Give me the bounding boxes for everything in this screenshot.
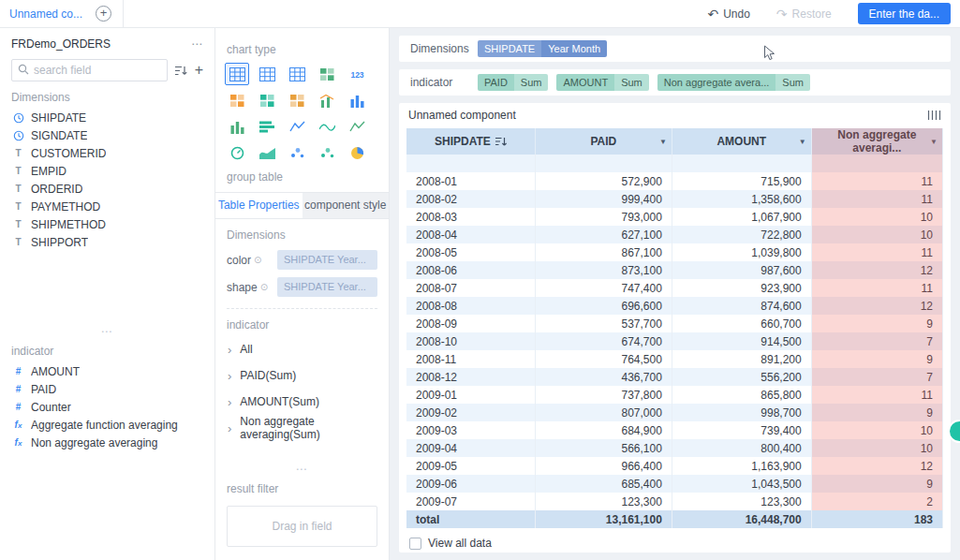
value-cell[interactable]: 13,161,100 — [535, 510, 672, 528]
dimension-pill-shipdate[interactable]: SHIPDATEYear Month — [478, 40, 607, 57]
sort-fields-icon[interactable] — [175, 66, 187, 76]
value-cell[interactable]: 10 — [811, 421, 942, 439]
column-dropdown-icon[interactable]: ▼ — [659, 138, 667, 146]
column-chart-icon[interactable] — [345, 89, 369, 111]
value-cell[interactable] — [811, 155, 942, 172]
value-cell[interactable]: 696,600 — [535, 297, 672, 315]
date-cell[interactable]: total — [406, 510, 535, 528]
value-cell[interactable]: 1,163,900 — [672, 457, 811, 475]
value-cell[interactable]: 16,448,700 — [672, 510, 811, 528]
indicator-field-counter[interactable]: #Counter — [0, 398, 214, 416]
value-cell[interactable]: 537,700 — [535, 315, 672, 332]
value-cell[interactable]: 966,400 — [535, 457, 672, 475]
value-cell[interactable]: 987,600 — [672, 261, 811, 279]
value-cell[interactable]: 9 — [811, 350, 942, 368]
value-cell[interactable]: 12 — [811, 457, 942, 475]
stacked-bar-chart-icon[interactable] — [255, 115, 279, 138]
date-cell[interactable] — [406, 155, 535, 172]
date-cell[interactable]: 2008-05 — [406, 243, 535, 261]
column-dropdown-icon[interactable]: ▼ — [799, 138, 806, 146]
indicator-group-amount-sum[interactable]: ›AMOUNT(Sum) — [215, 389, 389, 415]
indicator-field-aggregate-function-averaging[interactable]: fxAggregate function averaging — [0, 416, 214, 434]
value-cell[interactable]: 914,500 — [672, 332, 811, 350]
value-cell[interactable]: 7 — [811, 332, 942, 350]
value-cell[interactable]: 865,800 — [672, 386, 811, 404]
tab-component-style[interactable]: component style — [303, 193, 390, 218]
value-cell[interactable]: 998,700 — [672, 404, 811, 421]
value-cell[interactable]: 7 — [811, 368, 942, 386]
value-cell[interactable]: 123,300 — [535, 493, 672, 510]
indicator-pill-non-aggregate-avera[interactable]: Non aggregate avera...Sum — [657, 74, 810, 91]
value-cell[interactable]: 10 — [811, 208, 942, 226]
indicator-field-amount[interactable]: #AMOUNT — [0, 362, 214, 380]
date-cell[interactable]: 2009-05 — [406, 457, 535, 475]
value-cell[interactable]: 1,358,600 — [672, 190, 811, 208]
value-cell[interactable]: 11 — [811, 386, 942, 404]
date-cell[interactable]: 2008-10 — [406, 332, 535, 350]
value-cell[interactable]: 873,100 — [535, 261, 672, 279]
value-cell[interactable]: 10 — [811, 439, 942, 457]
combo-chart-icon[interactable] — [315, 89, 339, 111]
indicator-field-paid[interactable]: #PAID — [0, 380, 214, 398]
tab-unnamed-component[interactable]: Unnamed co... — [9, 7, 82, 21]
indicator-pill-paid[interactable]: PAIDSum — [478, 74, 548, 91]
group-table-icon[interactable] — [225, 63, 249, 85]
cross-table-icon[interactable] — [255, 63, 279, 85]
add-field-icon[interactable]: + — [195, 62, 203, 79]
gauge-chart-icon[interactable] — [225, 141, 249, 164]
date-cell[interactable]: 2008-06 — [406, 261, 535, 279]
indicator-group-paid-sum[interactable]: ›PAID(Sum) — [215, 362, 389, 389]
value-cell[interactable]: 436,700 — [535, 368, 672, 386]
value-cell[interactable] — [535, 155, 672, 172]
value-cell[interactable]: 566,100 — [535, 439, 672, 457]
value-cell[interactable]: 556,200 — [672, 368, 811, 386]
value-cell[interactable]: 685,400 — [535, 475, 672, 493]
dimension-field-empid[interactable]: TEMPID — [0, 162, 214, 180]
detail-table-icon[interactable] — [285, 63, 309, 85]
value-cell[interactable]: 627,100 — [535, 226, 672, 243]
undo-button[interactable]: ↶Undo — [707, 7, 749, 21]
value-cell[interactable]: 12 — [811, 261, 942, 279]
dimension-field-signdate[interactable]: SIGNDATE — [0, 126, 214, 144]
value-cell[interactable]: 11 — [811, 190, 942, 208]
curve-chart-icon[interactable] — [315, 115, 339, 138]
dimension-field-shipdate[interactable]: SHIPDATE — [0, 109, 214, 126]
date-cell[interactable]: 2008-01 — [406, 172, 535, 190]
enter-data-button[interactable]: Enter the da... — [858, 3, 951, 24]
value-cell[interactable]: 1,043,500 — [672, 475, 811, 493]
indicator-group-all[interactable]: ›All — [215, 336, 389, 362]
value-cell[interactable]: 764,500 — [535, 350, 672, 368]
view-all-checkbox[interactable] — [409, 538, 421, 550]
bubble-chart-icon[interactable] — [315, 141, 339, 164]
date-cell[interactable]: 2009-02 — [406, 404, 535, 421]
search-box[interactable] — [11, 59, 168, 81]
column-header-paid[interactable]: PAID▼ — [535, 128, 672, 155]
column-header-shipdate[interactable]: SHIPDATE — [406, 128, 535, 155]
value-cell[interactable]: 123,300 — [672, 493, 811, 510]
value-cell[interactable]: 793,000 — [535, 208, 672, 226]
bar-chart-icon[interactable] — [225, 115, 249, 138]
value-cell[interactable]: 747,400 — [535, 279, 672, 297]
search-input[interactable] — [34, 64, 161, 77]
column-header-amount[interactable]: AMOUNT▼ — [672, 128, 811, 155]
result-filter-dropzone[interactable]: Drag in field — [227, 506, 377, 547]
date-cell[interactable]: 2008-11 — [406, 350, 535, 368]
value-cell[interactable]: 722,800 — [672, 226, 811, 243]
color-block-table-icon[interactable] — [315, 63, 339, 85]
value-cell[interactable]: 737,800 — [535, 386, 672, 404]
value-cell[interactable]: 867,100 — [535, 243, 672, 261]
column-dropdown-icon[interactable]: ▼ — [930, 138, 938, 146]
value-cell[interactable]: 572,900 — [535, 172, 672, 190]
pagination-icon[interactable] — [927, 110, 941, 121]
value-cell[interactable]: 11 — [811, 243, 942, 261]
config-resize-handle[interactable]: ⋯ — [215, 465, 389, 477]
date-cell[interactable]: 2008-09 — [406, 315, 535, 332]
value-cell[interactable]: 660,700 — [672, 315, 811, 332]
value-cell[interactable]: 1,067,900 — [672, 208, 811, 226]
value-cell[interactable] — [672, 155, 811, 172]
value-cell[interactable]: 923,900 — [672, 279, 811, 297]
date-cell[interactable]: 2008-07 — [406, 279, 535, 297]
line-chart-icon[interactable] — [285, 115, 309, 138]
value-cell[interactable]: 684,900 — [535, 421, 672, 439]
date-cell[interactable]: 2009-04 — [406, 439, 535, 457]
